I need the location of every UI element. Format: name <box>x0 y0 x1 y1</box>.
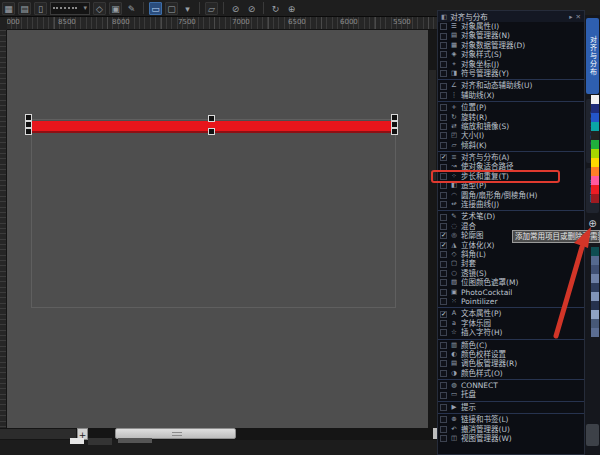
checkbox[interactable] <box>440 214 447 221</box>
checkbox[interactable] <box>440 289 447 296</box>
checkbox[interactable] <box>440 33 447 40</box>
nudge-icon[interactable]: ◇ <box>93 2 106 15</box>
checkbox[interactable] <box>440 279 447 286</box>
page-tab[interactable] <box>88 438 112 445</box>
menu-item-object-data-manager[interactable]: ▦对象数据管理器(D) <box>438 41 584 50</box>
menu-item-palette-manager[interactable]: ▤调色板管理器(R) <box>438 359 584 368</box>
selection-handle-bottom-left[interactable] <box>26 129 31 134</box>
menu-item-color[interactable]: ▥颜色(C) <box>438 341 584 350</box>
menu-item-scale-mirror[interactable]: ⇄缩放和镜像(S) <box>438 122 584 131</box>
menu-item-bitmap-color-mask[interactable]: ▨位图颜色遮罩(M) <box>438 278 584 287</box>
color-swatch[interactable] <box>591 247 599 256</box>
page-tab[interactable] <box>118 438 152 443</box>
grid-icon[interactable]: ▦ <box>2 2 15 15</box>
close-icon[interactable]: ✕ <box>576 13 581 21</box>
checkbox[interactable] <box>440 192 447 199</box>
checkbox[interactable]: ✓ <box>440 232 447 239</box>
menu-item-object-properties[interactable]: ☰对象属性(I) <box>438 22 584 31</box>
checkbox[interactable] <box>440 320 447 327</box>
color-swatch[interactable] <box>591 167 599 176</box>
color-swatch[interactable] <box>591 149 599 158</box>
menu-item-object-coordinates[interactable]: ⌖对象坐标(J) <box>438 60 584 69</box>
menu-item-bevel[interactable]: ◇斜角(L) <box>438 250 584 259</box>
vertical-scrollbar-thumb[interactable] <box>429 70 436 180</box>
no-outline-icon[interactable]: ⊘ <box>229 2 242 15</box>
menu-item-color-proof[interactable]: ◐颜色校样设置 <box>438 350 584 359</box>
selection-handle-top-left[interactable] <box>26 115 31 120</box>
menu-item-object-manager[interactable]: ▤对象管理器(N) <box>438 31 584 40</box>
selection-handle-mid-right[interactable] <box>392 122 397 127</box>
checkbox[interactable]: ✓ <box>440 242 447 249</box>
checkbox[interactable] <box>440 392 447 399</box>
menu-item-skew[interactable]: ▱倾斜(K) <box>438 141 584 150</box>
color-swatch[interactable] <box>591 140 599 149</box>
checkbox[interactable] <box>440 360 447 367</box>
checkbox[interactable] <box>440 298 447 305</box>
menu-item-view-manager[interactable]: ◫视图管理器(W) <box>438 434 584 443</box>
selected-red-rectangle[interactable] <box>31 121 397 133</box>
docker-menu-header[interactable]: ◧ 对齐与分布 ▸ ✕ <box>438 11 584 22</box>
active-tool-icon[interactable]: ▭ <box>149 2 162 15</box>
menu-item-dynamic-guides[interactable]: ∠对齐和动态辅助线(U) <box>438 81 584 90</box>
drawing-canvas[interactable] <box>7 30 428 428</box>
menu-item-links-bookmarks[interactable]: ⊕链接和书签(L) <box>438 415 584 424</box>
checkbox[interactable] <box>440 223 447 230</box>
selection-handle-mid-left[interactable] <box>26 122 31 127</box>
dropdown-caret-icon[interactable]: ▾ <box>181 2 194 15</box>
checkbox[interactable]: ✓ <box>440 154 447 161</box>
add-icon[interactable]: ⊕ <box>285 2 298 15</box>
color-swatch[interactable] <box>591 265 599 274</box>
docker-tab-active[interactable]: 对齐与分布 <box>586 18 599 94</box>
color-swatch[interactable] <box>591 301 599 310</box>
vertical-scrollbar[interactable] <box>428 30 437 428</box>
menu-item-hints[interactable]: ▶提示 <box>438 403 584 412</box>
checkbox[interactable] <box>440 416 447 423</box>
checkbox[interactable] <box>440 342 447 349</box>
color-swatch[interactable] <box>591 274 599 283</box>
color-swatch[interactable] <box>591 194 599 203</box>
color-swatch[interactable] <box>591 176 599 185</box>
checkbox[interactable] <box>440 404 447 411</box>
duplicate-icon[interactable]: ▣ <box>109 2 122 15</box>
menu-item-corners[interactable]: ◠圆角/扇形角/倒棱角(H) <box>438 191 584 200</box>
checkbox[interactable] <box>440 426 447 433</box>
menu-item-position[interactable]: +位置(P) <box>438 103 584 112</box>
color-swatch[interactable] <box>591 292 599 301</box>
export-icon[interactable]: ▱ <box>205 2 218 15</box>
selection-handle-bottom-right[interactable] <box>392 129 397 134</box>
color-swatch[interactable] <box>591 283 599 292</box>
color-swatch[interactable] <box>591 328 599 337</box>
menu-item-symbol-manager[interactable]: ◨符号管理器(Y) <box>438 69 584 78</box>
color-swatch[interactable] <box>591 185 599 194</box>
checkbox[interactable] <box>440 23 447 30</box>
menu-item-object-styles[interactable]: ◈对象样式(S) <box>438 50 584 59</box>
color-swatch[interactable] <box>591 256 599 265</box>
color-swatch[interactable] <box>591 122 599 131</box>
preview-dropdown[interactable]: ▢ <box>165 2 178 15</box>
horizontal-scrollbar[interactable]: + <box>0 428 437 440</box>
menu-item-color-styles[interactable]: ◑颜色样式(O) <box>438 369 584 378</box>
color-swatch[interactable] <box>591 95 599 104</box>
menu-item-envelope[interactable]: ▢封套 <box>438 259 584 268</box>
menu-item-size[interactable]: ◰大小(I) <box>438 131 584 140</box>
checkbox[interactable] <box>440 51 447 58</box>
checkbox[interactable] <box>440 142 447 149</box>
checkbox[interactable] <box>440 61 447 68</box>
menu-item-photococktail[interactable]: ▣PhotoCocktail <box>438 288 584 297</box>
checkbox[interactable] <box>440 104 447 111</box>
selection-handle-bottom-mid[interactable] <box>209 129 214 134</box>
checkbox[interactable] <box>440 83 447 90</box>
refresh-icon[interactable]: ↻ <box>269 2 282 15</box>
menu-item-insert-character[interactable]: ☆插入字符(H) <box>438 328 584 337</box>
no-fill-icon[interactable]: ⊘ <box>245 2 258 15</box>
menu-item-undo-manager[interactable]: ↶撤消管理器(U) <box>438 425 584 434</box>
menu-item-text-properties[interactable]: ✓A文本属性(P) <box>438 309 584 318</box>
color-swatch[interactable] <box>591 104 599 113</box>
selection-handle-top-right[interactable] <box>392 115 397 120</box>
color-swatch[interactable] <box>591 158 599 167</box>
checkbox[interactable] <box>440 123 447 130</box>
checkbox[interactable] <box>440 270 447 277</box>
snap-icon[interactable]: ▤ <box>18 2 31 15</box>
add-docker-button[interactable]: ⊕ <box>586 217 599 230</box>
checkbox[interactable] <box>440 182 447 189</box>
